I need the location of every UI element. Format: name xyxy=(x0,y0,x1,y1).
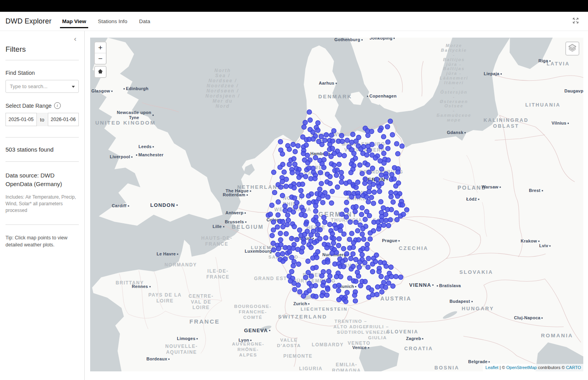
station-marker[interactable] xyxy=(321,215,326,220)
station-marker[interactable] xyxy=(327,222,332,227)
station-marker[interactable] xyxy=(376,226,381,231)
station-marker[interactable] xyxy=(271,228,276,232)
tab-data[interactable]: Data xyxy=(133,12,156,31)
station-marker[interactable] xyxy=(278,139,283,144)
station-marker[interactable] xyxy=(328,181,332,186)
station-marker[interactable] xyxy=(281,259,285,264)
station-marker[interactable] xyxy=(401,212,406,217)
station-marker[interactable] xyxy=(384,264,388,269)
station-marker[interactable] xyxy=(319,134,324,139)
station-marker[interactable] xyxy=(366,256,371,261)
station-marker[interactable] xyxy=(291,246,296,251)
station-marker[interactable] xyxy=(338,228,343,233)
station-marker[interactable] xyxy=(276,252,280,257)
station-marker[interactable] xyxy=(375,292,379,297)
station-marker[interactable] xyxy=(313,203,318,208)
station-marker[interactable] xyxy=(366,199,371,204)
station-marker[interactable] xyxy=(328,174,332,179)
station-marker[interactable] xyxy=(311,137,316,141)
station-marker[interactable] xyxy=(284,184,289,189)
station-marker[interactable] xyxy=(334,226,338,231)
station-marker[interactable] xyxy=(276,213,280,217)
station-marker[interactable] xyxy=(307,200,311,205)
station-search-input[interactable] xyxy=(5,80,79,93)
station-marker[interactable] xyxy=(344,215,349,219)
station-marker[interactable] xyxy=(276,199,281,204)
station-marker[interactable] xyxy=(383,285,388,290)
date-to-input[interactable] xyxy=(48,113,79,126)
station-marker[interactable] xyxy=(276,246,281,251)
station-marker[interactable] xyxy=(377,189,382,194)
leaflet-link[interactable]: Leaflet xyxy=(485,365,498,370)
station-marker[interactable] xyxy=(348,220,352,224)
station-marker[interactable] xyxy=(325,287,330,292)
station-marker[interactable] xyxy=(297,175,301,180)
station-marker[interactable] xyxy=(313,283,318,288)
station-marker[interactable] xyxy=(370,142,374,147)
station-marker[interactable] xyxy=(370,166,375,171)
station-marker[interactable] xyxy=(339,224,343,228)
station-marker[interactable] xyxy=(303,275,308,280)
station-marker[interactable] xyxy=(340,139,345,144)
station-marker[interactable] xyxy=(405,208,409,212)
station-marker[interactable] xyxy=(283,204,287,208)
station-marker[interactable] xyxy=(358,260,362,264)
station-marker[interactable] xyxy=(379,274,383,279)
station-marker[interactable] xyxy=(319,273,324,278)
station-marker[interactable] xyxy=(341,246,346,251)
zoom-in-button[interactable]: + xyxy=(95,42,106,53)
station-marker[interactable] xyxy=(377,184,381,189)
station-marker[interactable] xyxy=(394,274,398,279)
station-marker[interactable] xyxy=(298,290,302,294)
station-marker[interactable] xyxy=(270,203,274,208)
station-marker[interactable] xyxy=(294,237,299,242)
station-marker[interactable] xyxy=(321,200,325,205)
station-marker[interactable] xyxy=(365,246,369,251)
station-marker[interactable] xyxy=(299,188,303,193)
station-marker[interactable] xyxy=(332,236,336,241)
station-marker[interactable] xyxy=(297,228,302,232)
station-marker[interactable] xyxy=(345,290,350,295)
station-marker[interactable] xyxy=(353,299,358,303)
station-marker[interactable] xyxy=(296,283,301,288)
station-marker[interactable] xyxy=(350,252,355,256)
station-marker[interactable] xyxy=(301,240,306,245)
station-marker[interactable] xyxy=(359,212,364,217)
station-marker[interactable] xyxy=(332,151,337,156)
station-marker[interactable] xyxy=(356,274,361,279)
station-marker[interactable] xyxy=(344,208,349,212)
station-marker[interactable] xyxy=(365,242,370,247)
station-marker[interactable] xyxy=(268,212,273,217)
station-marker[interactable] xyxy=(389,194,394,199)
station-marker[interactable] xyxy=(296,262,301,266)
station-marker[interactable] xyxy=(341,232,346,237)
station-marker[interactable] xyxy=(289,236,294,241)
station-marker[interactable] xyxy=(307,110,312,114)
station-marker[interactable] xyxy=(324,132,328,137)
station-marker[interactable] xyxy=(361,237,366,242)
station-marker[interactable] xyxy=(337,237,341,241)
station-marker[interactable] xyxy=(356,237,361,242)
station-marker[interactable] xyxy=(303,213,307,218)
station-marker[interactable] xyxy=(336,288,341,293)
station-marker[interactable] xyxy=(349,231,354,236)
station-marker[interactable] xyxy=(379,218,384,223)
station-marker[interactable] xyxy=(339,175,344,180)
station-marker[interactable] xyxy=(302,232,307,237)
station-marker[interactable] xyxy=(313,209,318,214)
station-marker[interactable] xyxy=(373,156,378,160)
station-marker[interactable] xyxy=(290,170,295,175)
station-marker[interactable] xyxy=(367,170,371,174)
station-marker[interactable] xyxy=(385,125,390,129)
station-marker[interactable] xyxy=(303,174,308,179)
station-marker[interactable] xyxy=(284,232,289,236)
station-marker[interactable] xyxy=(381,223,386,228)
station-marker[interactable] xyxy=(305,153,310,158)
station-marker[interactable] xyxy=(278,185,283,190)
station-marker[interactable] xyxy=(386,223,391,228)
station-marker[interactable] xyxy=(318,237,322,241)
station-marker[interactable] xyxy=(325,260,330,264)
station-marker[interactable] xyxy=(318,170,323,175)
station-marker[interactable] xyxy=(378,128,383,133)
station-marker[interactable] xyxy=(356,194,361,199)
